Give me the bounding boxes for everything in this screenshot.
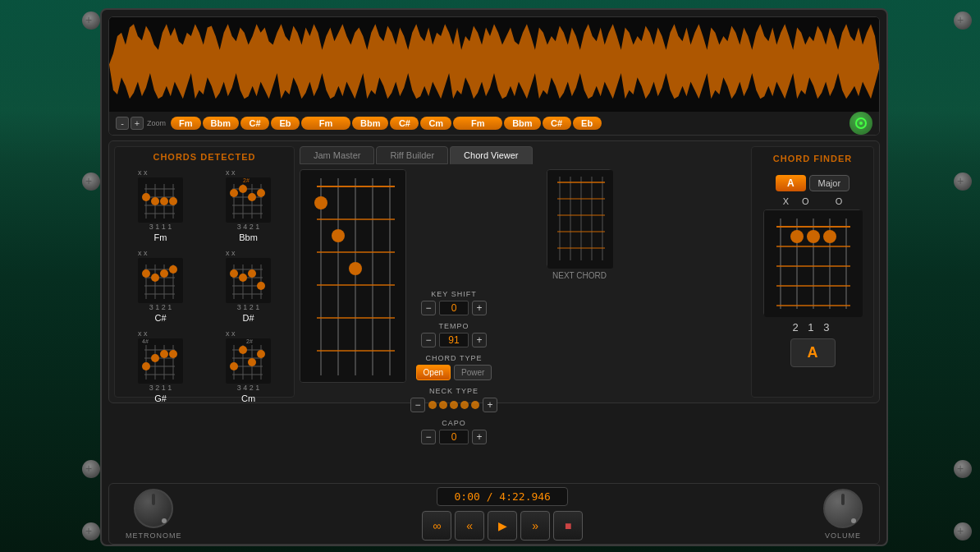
tempo-plus[interactable]: + — [472, 333, 487, 347]
marker-1: X — [783, 196, 789, 206]
chord-type-open[interactable]: Open — [416, 365, 451, 380]
svg-rect-20 — [226, 177, 271, 223]
time-display: 0:00 / 4:22.946 — [437, 487, 568, 506]
zoom-plus-button[interactable]: + — [131, 117, 144, 130]
transport-stop[interactable]: ■ — [553, 511, 583, 540]
volume-knob[interactable] — [823, 489, 863, 528]
chord-pill-5[interactable]: Bbm — [352, 117, 388, 130]
waveform-mini[interactable] — [109, 135, 879, 136]
neck-type-group: NECK TYPE − + — [416, 387, 492, 412]
finder-key-button[interactable]: A — [776, 175, 806, 191]
neck-dot-2 — [439, 401, 447, 409]
transport-play[interactable]: ▶ — [488, 511, 517, 540]
chord-diagram-ds — [226, 258, 271, 303]
guitar-neck-small-svg — [547, 170, 613, 269]
chord-pill-10[interactable]: C# — [543, 117, 571, 130]
chord-name-fm: Fm — [154, 232, 167, 242]
svg-text:4#: 4# — [142, 338, 149, 344]
key-shift-minus[interactable]: − — [421, 301, 436, 315]
svg-point-100 — [314, 196, 327, 209]
chord-pill-0[interactable]: Fm — [171, 117, 201, 130]
chord-type-row: Open Power — [416, 365, 492, 380]
svg-point-59 — [257, 282, 265, 290]
guitar-neck-small[interactable] — [547, 169, 612, 268]
marker-2: O — [802, 196, 809, 206]
neck-dot-1 — [428, 401, 437, 409]
capo-minus[interactable]: − — [421, 430, 436, 444]
transport-loop[interactable]: ∞ — [422, 511, 451, 540]
tab-jam-master[interactable]: Jam Master — [300, 146, 374, 164]
svg-point-31 — [248, 193, 256, 201]
finder-diagram-section: X O O — [763, 196, 862, 316]
next-chord-label: NEXT CHORD — [552, 271, 607, 280]
chord-pill-7[interactable]: Cm — [420, 117, 451, 130]
svg-point-71 — [151, 354, 159, 362]
chord-pill-2[interactable]: C# — [240, 117, 269, 130]
chord-item-fm[interactable]: x x — [120, 168, 201, 242]
svg-point-57 — [239, 274, 247, 282]
transport-rewind[interactable]: « — [455, 511, 484, 540]
volume-knob-container: VOLUME — [823, 489, 863, 540]
svg-point-56 — [230, 269, 238, 278]
waveform-main[interactable]: // This will be rendered by the inline S… — [109, 17, 879, 112]
svg-rect-34 — [138, 258, 183, 303]
chord-name-cs: C# — [154, 313, 166, 323]
neck-dot-5 — [471, 401, 479, 409]
chord-pill-3[interactable]: Eb — [271, 117, 300, 130]
guitar-neck-large[interactable] — [300, 169, 406, 383]
volume-knob-indicator — [851, 518, 856, 523]
waveform-section: // This will be rendered by the inline S… — [108, 16, 880, 136]
svg-point-85 — [239, 346, 247, 354]
svg-rect-47 — [226, 258, 271, 303]
waveform-display — [109, 17, 879, 112]
svg-rect-103 — [547, 170, 613, 269]
tab-chord-viewer[interactable]: Chord Viewer — [450, 146, 532, 164]
neck-type-plus[interactable]: + — [483, 398, 497, 412]
svg-point-72 — [160, 350, 168, 358]
chord-item-cm[interactable]: x x 2# — [208, 329, 289, 403]
screw-tr — [954, 12, 972, 30]
chord-item-cs[interactable]: x x — [120, 249, 201, 323]
key-shift-plus[interactable]: + — [472, 301, 487, 315]
tab-riff-builder[interactable]: Riff Builder — [376, 146, 448, 164]
transport-section: 0:00 / 4:22.946 ∞ « ▶ » ■ — [182, 487, 824, 540]
capo-plus[interactable]: + — [472, 430, 487, 444]
chord-frets-cm: 3 4 2 1 — [237, 384, 260, 392]
chord-diagram-fm — [138, 177, 183, 223]
capo-label: CAPO — [442, 419, 466, 427]
finder-diagram[interactable] — [763, 209, 862, 316]
guitar-neck-large-svg — [300, 170, 406, 383]
chord-diagram-cs — [138, 258, 183, 303]
key-shift-label: KEY SHIFT — [431, 290, 476, 298]
marker-4: O — [836, 196, 843, 206]
zoom-label: Zoom — [147, 119, 166, 127]
chord-pill-6[interactable]: C# — [390, 117, 419, 130]
tempo-value: 91 — [439, 333, 469, 347]
controls-panel: KEY SHIFT − 0 + TEMPO − — [413, 287, 495, 448]
chord-pill-4[interactable]: Fm — [301, 117, 350, 130]
svg-point-16 — [142, 193, 150, 201]
zoom-minus-button[interactable]: - — [116, 117, 129, 130]
finder-type-button[interactable]: Major — [809, 175, 850, 191]
chord-item-bbm[interactable]: x x 2# — [208, 168, 289, 242]
chord-frets-cs: 3 1 2 1 — [149, 303, 172, 311]
finder-diagram-svg — [764, 210, 863, 317]
chord-pill-8[interactable]: Fm — [453, 117, 502, 130]
chord-item-gs[interactable]: x x 4# — [120, 329, 201, 403]
transport-forward[interactable]: » — [520, 511, 550, 540]
chord-pill-9[interactable]: Bbm — [504, 117, 540, 130]
volume-label: VOLUME — [825, 531, 861, 540]
screw-bl — [82, 522, 100, 540]
svg-point-86 — [248, 358, 256, 366]
tempo-minus[interactable]: − — [421, 333, 436, 347]
chord-pill-11[interactable]: Eb — [573, 117, 602, 130]
svg-point-127 — [823, 230, 836, 243]
chord-item-ds[interactable]: x x — [208, 249, 289, 323]
chord-type-power[interactable]: Power — [454, 365, 492, 380]
metronome-knob[interactable] — [134, 489, 173, 528]
neck-type-minus[interactable]: − — [410, 398, 425, 412]
scroll-button[interactable] — [849, 112, 872, 135]
svg-point-70 — [142, 362, 150, 370]
chord-pill-1[interactable]: Bbm — [203, 117, 239, 130]
svg-point-19 — [169, 197, 177, 205]
